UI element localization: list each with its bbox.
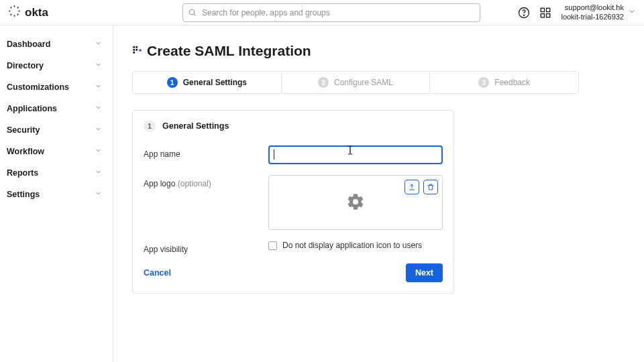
topbar-right: support@lookit.hk lookit-trial-1626932 (518, 3, 636, 22)
panel-footer: Cancel Next (144, 263, 443, 282)
svg-rect-15 (547, 13, 550, 17)
chevron-down-icon (95, 40, 102, 49)
sidebar-item-security[interactable]: Security (0, 119, 113, 141)
svg-point-7 (17, 13, 19, 15)
user-email: support@lookit.hk (561, 3, 624, 13)
search-input[interactable] (182, 3, 480, 22)
svg-rect-20 (133, 52, 135, 54)
sidebar-item-label: Dashboard (7, 40, 50, 49)
svg-rect-16 (133, 46, 135, 48)
svg-rect-19 (136, 49, 138, 51)
svg-rect-17 (136, 46, 138, 48)
svg-point-5 (17, 7, 19, 8)
app-logo-dropzone[interactable] (268, 175, 443, 230)
page-title-text: Create SAML Integration (147, 43, 311, 59)
app-visibility-option-label: Do not display application icon to users (282, 241, 422, 250)
step-label: Configure SAML (334, 78, 393, 87)
step-number: 3 (478, 77, 489, 88)
panel-step-number: 1 (144, 120, 156, 132)
sidebar: Dashboard Directory Customizations Appli… (0, 25, 113, 362)
svg-point-11 (524, 15, 525, 15)
main-content: Create SAML Integration 1 General Settin… (113, 25, 644, 362)
chevron-down-icon (95, 147, 102, 156)
chevron-down-icon (95, 61, 102, 70)
sidebar-item-label: Applications (7, 104, 57, 113)
svg-point-4 (10, 7, 11, 8)
svg-point-2 (9, 10, 10, 11)
step-number: 1 (167, 77, 178, 88)
app-visibility-checkbox[interactable] (268, 241, 277, 250)
placeholder-gear-icon (346, 192, 365, 213)
sidebar-item-dashboard[interactable]: Dashboard (0, 34, 113, 55)
delete-logo-button[interactable] (423, 180, 438, 194)
app-logo-row: App logo (optional) (144, 175, 443, 230)
svg-rect-12 (541, 8, 545, 11)
sidebar-item-workflow[interactable]: Workflow (0, 141, 113, 162)
step-number: 2 (318, 77, 329, 88)
svg-point-0 (13, 5, 15, 7)
app-logo-hint: (optional) (178, 179, 211, 188)
sidebar-item-customizations[interactable]: Customizations (0, 76, 113, 98)
step-label: General Settings (183, 78, 247, 87)
svg-rect-18 (133, 49, 135, 51)
sidebar-item-label: Workflow (7, 147, 44, 156)
sidebar-item-label: Security (7, 125, 40, 135)
svg-point-1 (13, 15, 15, 16)
topbar: okta support@lookit.hk lookit-trial-1626… (0, 0, 644, 25)
search-icon (188, 8, 197, 19)
wizard-step-configure-saml[interactable]: 2 Configure SAML (282, 72, 431, 93)
panel-title: General Settings (162, 121, 229, 131)
step-label: Feedback (494, 78, 530, 87)
svg-line-9 (194, 14, 195, 15)
svg-rect-14 (541, 13, 545, 17)
next-button[interactable]: Next (406, 263, 443, 282)
app-visibility-row: App visibility Do not display applicatio… (144, 241, 443, 254)
wizard-step-general-settings[interactable]: 1 General Settings (133, 72, 282, 93)
help-icon[interactable] (518, 7, 530, 19)
user-tenant: lookit-trial-1626932 (561, 13, 624, 22)
wizard-step-feedback[interactable]: 3 Feedback (430, 72, 578, 93)
page-title: Create SAML Integration (132, 43, 625, 59)
sidebar-item-label: Settings (7, 190, 40, 199)
wizard-stepper: 1 General Settings 2 Configure SAML 3 Fe… (132, 71, 579, 94)
app-logo-label: App logo (optional) (144, 175, 268, 188)
chevron-down-icon (95, 104, 102, 113)
general-settings-panel: 1 General Settings App name App logo (op… (132, 110, 454, 294)
app-name-input[interactable] (268, 145, 443, 164)
sidebar-item-directory[interactable]: Directory (0, 55, 113, 76)
sidebar-item-label: Directory (7, 61, 44, 70)
app-name-row: App name (144, 145, 443, 164)
chevron-down-icon (95, 168, 102, 178)
text-caret (274, 149, 274, 160)
svg-point-6 (10, 13, 11, 15)
svg-point-3 (19, 10, 20, 11)
okta-aura-icon (8, 5, 21, 21)
user-menu[interactable]: support@lookit.hk lookit-trial-1626932 (561, 3, 636, 22)
app-logo-label-text: App logo (144, 179, 175, 188)
chevron-down-icon (95, 82, 102, 92)
sidebar-item-label: Customizations (7, 82, 69, 92)
sidebar-item-label: Reports (7, 168, 38, 178)
brand-logo[interactable]: okta (8, 5, 48, 21)
chevron-down-icon (95, 190, 102, 199)
app-name-label: App name (144, 145, 268, 159)
sidebar-item-settings[interactable]: Settings (0, 184, 113, 205)
chevron-down-icon (628, 7, 636, 17)
svg-rect-13 (547, 8, 550, 11)
app-visibility-label: App visibility (144, 241, 268, 254)
user-text: support@lookit.hk lookit-trial-1626932 (561, 3, 624, 22)
svg-point-8 (189, 9, 195, 15)
app-integration-icon (132, 43, 143, 59)
sidebar-item-applications[interactable]: Applications (0, 98, 113, 119)
cancel-button[interactable]: Cancel (144, 268, 171, 278)
chevron-down-icon (95, 125, 102, 135)
panel-header: 1 General Settings (144, 120, 443, 132)
sidebar-item-reports[interactable]: Reports (0, 162, 113, 184)
upload-logo-button[interactable] (405, 180, 419, 194)
search-wrapper (182, 3, 480, 22)
brand-name: okta (25, 6, 48, 19)
apps-grid-icon[interactable] (539, 7, 551, 19)
